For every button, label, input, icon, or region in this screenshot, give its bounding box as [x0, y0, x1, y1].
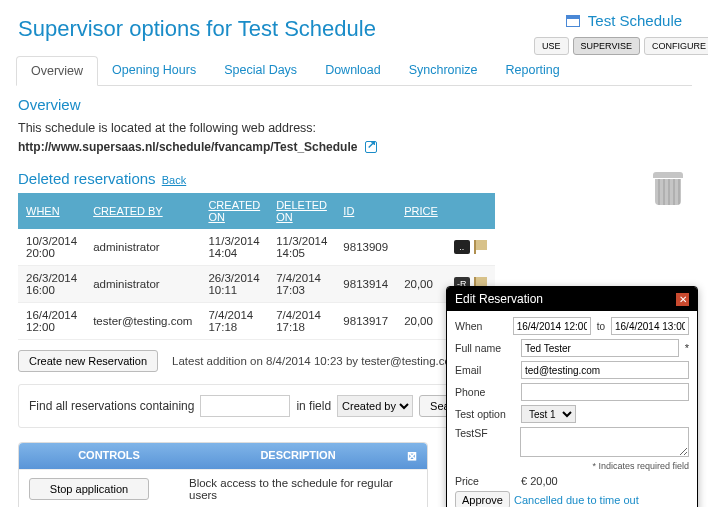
search-input[interactable] [200, 395, 290, 417]
phone-input[interactable] [521, 383, 689, 401]
controls-panel: CONTROLS DESCRIPTION ⊠ Stop applicationB… [18, 442, 428, 507]
control-desc: Block access to the schedule for regular… [189, 477, 417, 501]
phone-label: Phone [455, 386, 517, 398]
calendar-icon [566, 15, 580, 27]
stop-application-button[interactable]: Stop application [29, 478, 149, 500]
edit-reservation-dialog: Edit Reservation ✕ When to Full name * E… [446, 286, 698, 507]
test-option-label: Test option [455, 408, 517, 420]
create-reservation-button[interactable]: Create new Reservation [18, 350, 158, 372]
search-field-select[interactable]: Created by [337, 395, 413, 417]
nav-tabs: Overview Opening Hours Special Days Down… [16, 56, 692, 86]
deleted-reservations-title: Deleted reservations Back [18, 170, 690, 187]
col-created-by[interactable]: CREATED BY [85, 193, 200, 229]
external-link-icon[interactable] [365, 141, 377, 153]
dialog-title: Edit Reservation [455, 292, 543, 306]
use-button[interactable]: USE [534, 37, 569, 55]
status-badge: .. [454, 240, 470, 254]
test-option-select[interactable]: Test 1 [521, 405, 576, 423]
tab-reporting[interactable]: Reporting [492, 56, 574, 84]
schedule-title[interactable]: Test Schedule [550, 6, 698, 37]
overview-intro: This schedule is located at the followin… [18, 119, 690, 138]
back-link[interactable]: Back [162, 174, 186, 186]
panel-close-icon[interactable]: ⊠ [407, 449, 417, 463]
dialog-close-icon[interactable]: ✕ [676, 293, 689, 306]
fullname-input[interactable] [521, 339, 679, 357]
fullname-label: Full name [455, 342, 517, 354]
approve-button[interactable]: Approve [455, 491, 510, 507]
tab-special-days[interactable]: Special Days [210, 56, 311, 84]
col-deleted-on[interactable]: DELETED ON [268, 193, 335, 229]
schedule-widget: Test Schedule USE SUPERVISE CONFIGURE [550, 6, 698, 55]
tab-opening-hours[interactable]: Opening Hours [98, 56, 210, 84]
status-text[interactable]: Cancelled due to time out [514, 494, 639, 506]
latest-addition: Latest addition on 8/4/2014 10:23 by tes… [172, 355, 461, 367]
table-row[interactable]: 10/3/2014 20:00administrator11/3/2014 14… [18, 229, 495, 266]
flag-icon[interactable] [474, 240, 487, 254]
required-asterisk: * [683, 342, 689, 354]
tab-overview[interactable]: Overview [16, 56, 98, 86]
configure-button[interactable]: CONFIGURE [644, 37, 708, 55]
testsf-label: TestSF [455, 427, 516, 439]
col-when[interactable]: WHEN [18, 193, 85, 229]
when-label: When [455, 320, 509, 332]
tab-synchronize[interactable]: Synchronize [395, 56, 492, 84]
controls-row: Stop applicationBlock access to the sche… [19, 469, 427, 507]
required-note: * Indicates required field [455, 461, 689, 471]
tab-download[interactable]: Download [311, 56, 395, 84]
email-input[interactable] [521, 361, 689, 379]
trash-icon[interactable] [652, 172, 684, 208]
supervise-button[interactable]: SUPERVISE [573, 37, 640, 55]
to-label: to [595, 321, 607, 332]
col-created-on[interactable]: CREATED ON [200, 193, 268, 229]
when-to-input[interactable] [611, 317, 689, 335]
search-in-field: in field [296, 399, 331, 413]
schedule-url: http://www.supersaas.nl/schedule/fvancam… [18, 140, 690, 154]
deleted-table: WHEN CREATED BY CREATED ON DELETED ON ID… [18, 193, 495, 340]
col-price[interactable]: PRICE [396, 193, 446, 229]
table-row[interactable]: 16/4/2014 12:00tester@testing.com7/4/201… [18, 302, 495, 339]
when-from-input[interactable] [513, 317, 591, 335]
testsf-input[interactable] [520, 427, 689, 457]
overview-title: Overview [18, 96, 690, 113]
table-row[interactable]: 26/3/2014 16:00administrator26/3/2014 10… [18, 265, 495, 302]
email-label: Email [455, 364, 517, 376]
controls-head: CONTROLS [29, 449, 189, 463]
search-prefix: Find all reservations containing [29, 399, 194, 413]
price-label: Price [455, 475, 517, 487]
col-id[interactable]: ID [335, 193, 396, 229]
description-head: DESCRIPTION [189, 449, 407, 463]
price-value: € 20,00 [521, 475, 558, 487]
